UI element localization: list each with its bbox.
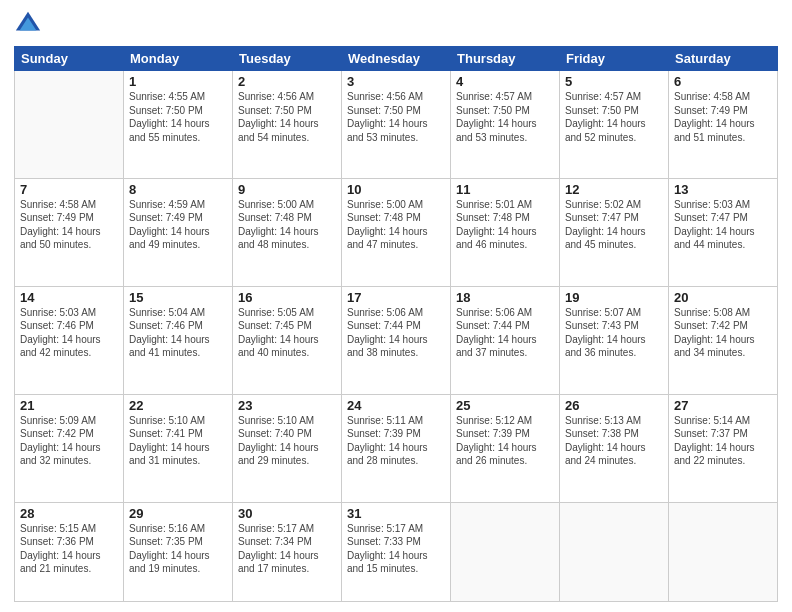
day-cell: 23Sunrise: 5:10 AMSunset: 7:40 PMDayligh…	[233, 394, 342, 502]
day-number: 28	[20, 506, 118, 521]
day-number: 2	[238, 74, 336, 89]
day-info: Sunrise: 5:02 AMSunset: 7:47 PMDaylight:…	[565, 198, 663, 252]
calendar-table: SundayMondayTuesdayWednesdayThursdayFrid…	[14, 46, 778, 602]
day-cell: 25Sunrise: 5:12 AMSunset: 7:39 PMDayligh…	[451, 394, 560, 502]
day-number: 14	[20, 290, 118, 305]
day-cell: 26Sunrise: 5:13 AMSunset: 7:38 PMDayligh…	[560, 394, 669, 502]
day-number: 21	[20, 398, 118, 413]
day-cell: 18Sunrise: 5:06 AMSunset: 7:44 PMDayligh…	[451, 286, 560, 394]
day-cell: 27Sunrise: 5:14 AMSunset: 7:37 PMDayligh…	[669, 394, 778, 502]
header	[14, 10, 778, 38]
day-info: Sunrise: 5:05 AMSunset: 7:45 PMDaylight:…	[238, 306, 336, 360]
day-cell: 28Sunrise: 5:15 AMSunset: 7:36 PMDayligh…	[15, 502, 124, 601]
day-cell: 6Sunrise: 4:58 AMSunset: 7:49 PMDaylight…	[669, 71, 778, 179]
day-number: 23	[238, 398, 336, 413]
day-cell: 11Sunrise: 5:01 AMSunset: 7:48 PMDayligh…	[451, 178, 560, 286]
day-number: 19	[565, 290, 663, 305]
weekday-header-row: SundayMondayTuesdayWednesdayThursdayFrid…	[15, 47, 778, 71]
day-number: 7	[20, 182, 118, 197]
day-cell: 20Sunrise: 5:08 AMSunset: 7:42 PMDayligh…	[669, 286, 778, 394]
day-info: Sunrise: 4:58 AMSunset: 7:49 PMDaylight:…	[674, 90, 772, 144]
day-number: 1	[129, 74, 227, 89]
day-info: Sunrise: 4:57 AMSunset: 7:50 PMDaylight:…	[456, 90, 554, 144]
day-number: 24	[347, 398, 445, 413]
day-cell: 21Sunrise: 5:09 AMSunset: 7:42 PMDayligh…	[15, 394, 124, 502]
week-row-1: 1Sunrise: 4:55 AMSunset: 7:50 PMDaylight…	[15, 71, 778, 179]
day-cell: 13Sunrise: 5:03 AMSunset: 7:47 PMDayligh…	[669, 178, 778, 286]
day-info: Sunrise: 5:13 AMSunset: 7:38 PMDaylight:…	[565, 414, 663, 468]
day-info: Sunrise: 5:10 AMSunset: 7:41 PMDaylight:…	[129, 414, 227, 468]
day-cell	[669, 502, 778, 601]
day-number: 22	[129, 398, 227, 413]
week-row-5: 28Sunrise: 5:15 AMSunset: 7:36 PMDayligh…	[15, 502, 778, 601]
day-cell: 8Sunrise: 4:59 AMSunset: 7:49 PMDaylight…	[124, 178, 233, 286]
day-number: 3	[347, 74, 445, 89]
day-cell: 4Sunrise: 4:57 AMSunset: 7:50 PMDaylight…	[451, 71, 560, 179]
day-number: 5	[565, 74, 663, 89]
day-info: Sunrise: 5:17 AMSunset: 7:33 PMDaylight:…	[347, 522, 445, 576]
day-number: 11	[456, 182, 554, 197]
day-number: 30	[238, 506, 336, 521]
day-info: Sunrise: 5:09 AMSunset: 7:42 PMDaylight:…	[20, 414, 118, 468]
day-number: 26	[565, 398, 663, 413]
day-number: 10	[347, 182, 445, 197]
day-info: Sunrise: 5:06 AMSunset: 7:44 PMDaylight:…	[456, 306, 554, 360]
day-cell	[15, 71, 124, 179]
day-cell: 16Sunrise: 5:05 AMSunset: 7:45 PMDayligh…	[233, 286, 342, 394]
day-info: Sunrise: 5:06 AMSunset: 7:44 PMDaylight:…	[347, 306, 445, 360]
weekday-thursday: Thursday	[451, 47, 560, 71]
day-cell: 3Sunrise: 4:56 AMSunset: 7:50 PMDaylight…	[342, 71, 451, 179]
day-cell: 10Sunrise: 5:00 AMSunset: 7:48 PMDayligh…	[342, 178, 451, 286]
page-container: SundayMondayTuesdayWednesdayThursdayFrid…	[0, 0, 792, 612]
day-cell: 9Sunrise: 5:00 AMSunset: 7:48 PMDaylight…	[233, 178, 342, 286]
day-info: Sunrise: 5:11 AMSunset: 7:39 PMDaylight:…	[347, 414, 445, 468]
day-info: Sunrise: 5:07 AMSunset: 7:43 PMDaylight:…	[565, 306, 663, 360]
weekday-tuesday: Tuesday	[233, 47, 342, 71]
day-number: 13	[674, 182, 772, 197]
day-cell: 22Sunrise: 5:10 AMSunset: 7:41 PMDayligh…	[124, 394, 233, 502]
day-info: Sunrise: 4:56 AMSunset: 7:50 PMDaylight:…	[347, 90, 445, 144]
day-info: Sunrise: 4:58 AMSunset: 7:49 PMDaylight:…	[20, 198, 118, 252]
day-info: Sunrise: 5:16 AMSunset: 7:35 PMDaylight:…	[129, 522, 227, 576]
day-number: 8	[129, 182, 227, 197]
day-number: 18	[456, 290, 554, 305]
day-cell: 12Sunrise: 5:02 AMSunset: 7:47 PMDayligh…	[560, 178, 669, 286]
day-info: Sunrise: 5:14 AMSunset: 7:37 PMDaylight:…	[674, 414, 772, 468]
day-info: Sunrise: 5:00 AMSunset: 7:48 PMDaylight:…	[238, 198, 336, 252]
day-cell: 17Sunrise: 5:06 AMSunset: 7:44 PMDayligh…	[342, 286, 451, 394]
day-info: Sunrise: 5:15 AMSunset: 7:36 PMDaylight:…	[20, 522, 118, 576]
day-number: 31	[347, 506, 445, 521]
day-number: 9	[238, 182, 336, 197]
weekday-sunday: Sunday	[15, 47, 124, 71]
day-number: 25	[456, 398, 554, 413]
week-row-3: 14Sunrise: 5:03 AMSunset: 7:46 PMDayligh…	[15, 286, 778, 394]
day-cell	[560, 502, 669, 601]
day-number: 12	[565, 182, 663, 197]
day-cell: 1Sunrise: 4:55 AMSunset: 7:50 PMDaylight…	[124, 71, 233, 179]
day-info: Sunrise: 5:04 AMSunset: 7:46 PMDaylight:…	[129, 306, 227, 360]
day-cell: 2Sunrise: 4:56 AMSunset: 7:50 PMDaylight…	[233, 71, 342, 179]
weekday-saturday: Saturday	[669, 47, 778, 71]
week-row-4: 21Sunrise: 5:09 AMSunset: 7:42 PMDayligh…	[15, 394, 778, 502]
day-number: 27	[674, 398, 772, 413]
day-info: Sunrise: 5:12 AMSunset: 7:39 PMDaylight:…	[456, 414, 554, 468]
day-info: Sunrise: 5:00 AMSunset: 7:48 PMDaylight:…	[347, 198, 445, 252]
day-info: Sunrise: 4:55 AMSunset: 7:50 PMDaylight:…	[129, 90, 227, 144]
day-info: Sunrise: 4:57 AMSunset: 7:50 PMDaylight:…	[565, 90, 663, 144]
day-cell	[451, 502, 560, 601]
day-cell: 29Sunrise: 5:16 AMSunset: 7:35 PMDayligh…	[124, 502, 233, 601]
day-info: Sunrise: 5:03 AMSunset: 7:47 PMDaylight:…	[674, 198, 772, 252]
day-cell: 31Sunrise: 5:17 AMSunset: 7:33 PMDayligh…	[342, 502, 451, 601]
logo-icon	[14, 10, 42, 38]
day-cell: 24Sunrise: 5:11 AMSunset: 7:39 PMDayligh…	[342, 394, 451, 502]
weekday-friday: Friday	[560, 47, 669, 71]
day-number: 17	[347, 290, 445, 305]
day-cell: 30Sunrise: 5:17 AMSunset: 7:34 PMDayligh…	[233, 502, 342, 601]
day-info: Sunrise: 5:10 AMSunset: 7:40 PMDaylight:…	[238, 414, 336, 468]
day-number: 15	[129, 290, 227, 305]
day-info: Sunrise: 4:59 AMSunset: 7:49 PMDaylight:…	[129, 198, 227, 252]
weekday-wednesday: Wednesday	[342, 47, 451, 71]
logo	[14, 14, 45, 38]
day-info: Sunrise: 5:01 AMSunset: 7:48 PMDaylight:…	[456, 198, 554, 252]
day-info: Sunrise: 5:03 AMSunset: 7:46 PMDaylight:…	[20, 306, 118, 360]
